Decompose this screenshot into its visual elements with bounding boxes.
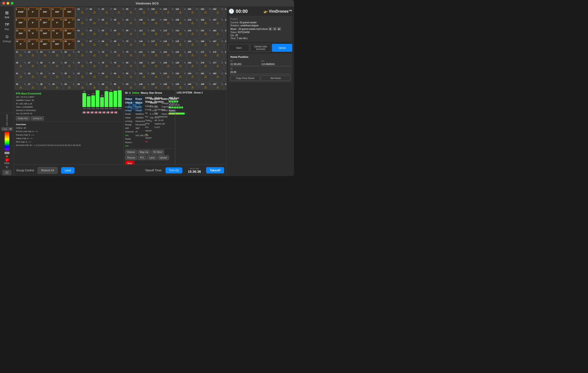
drone-cell-117[interactable]: 1170⚠ — [150, 40, 162, 50]
drone-cell-123[interactable]: 1230⚠ — [162, 50, 174, 60]
drone-cell-83[interactable]: 830⚠ — [101, 72, 113, 82]
drone-cell-75[interactable]: 750⚠ — [125, 50, 137, 60]
drone-cell-9[interactable]: 931 0° — [51, 18, 63, 29]
drone-cell-87[interactable]: 870⚠ — [89, 82, 100, 90]
drone-cell-21[interactable]: 210 ⚠ — [15, 50, 27, 60]
drone-cell-173[interactable]: 1730⚠ — [224, 50, 226, 60]
drone-cell-188[interactable]: 1880⚠ — [224, 82, 226, 90]
drone-cell-2[interactable]: 229 0° — [27, 8, 39, 18]
drone-cell-152[interactable]: 1520⚠ — [212, 8, 224, 18]
drone-cell-17[interactable]: 1730 0° — [27, 40, 39, 50]
drone-cell-129[interactable]: 1290⚠ — [175, 61, 186, 71]
drone-cell-16[interactable]: 1631 9° — [15, 40, 27, 50]
drone-cell-78[interactable]: 780⚠ — [101, 61, 113, 71]
drone-cell-52[interactable]: 520⚠ — [89, 8, 100, 18]
drone-cell-40[interactable]: 400 ⚠ — [63, 82, 75, 90]
drone-cell-80[interactable]: 800⚠ — [125, 61, 137, 71]
drone-cell-23[interactable]: 230 ⚠ — [39, 50, 51, 60]
drone-cell-125[interactable]: 1250⚠ — [187, 50, 199, 60]
drone-cell-81[interactable]: 810⚠ — [77, 72, 88, 82]
music-play-btn[interactable]: ▶ — [277, 27, 281, 30]
drone-cell-26[interactable]: 260 ⚠ — [15, 61, 27, 71]
drone-cell-38[interactable]: 380 ⚠ — [39, 82, 51, 90]
drone-cell-58[interactable]: 580⚠ — [101, 18, 113, 29]
drone-cell-187[interactable]: 1870⚠ — [212, 82, 224, 90]
sidebar-item-settings[interactable]: ⚙ Settings — [0, 32, 14, 45]
drone-cell-11[interactable]: 1130 354° — [15, 29, 27, 39]
drone-cell-35[interactable]: 350 ⚠ — [63, 72, 75, 82]
drone-cell-128[interactable]: 1280⚠ — [162, 61, 174, 71]
drone-cell-183[interactable]: 1830⚠ — [224, 72, 226, 82]
drone-cell-22[interactable]: 220 ⚠ — [27, 50, 39, 60]
drone-cell-109[interactable]: 1090⚠ — [175, 18, 186, 29]
drone-cell-28[interactable]: 280 ⚠ — [39, 61, 51, 71]
drone-cell-127[interactable]: 1270⚠ — [150, 61, 162, 71]
drone-cell-101[interactable]: 1010⚠ — [138, 8, 150, 18]
minimize-button[interactable] — [7, 2, 9, 5]
drone-cell-135[interactable]: 1350⚠ — [187, 72, 199, 82]
drone-cell-66[interactable]: 660⚠ — [77, 40, 88, 50]
drone-cell-12[interactable]: 1230 0° — [27, 29, 39, 39]
drone-cell-1[interactable]: 131 ★358° — [15, 8, 27, 18]
drone-cell-25[interactable]: 250 ⚠ — [63, 50, 75, 60]
drone-cell-18[interactable]: 1831 352° — [39, 40, 51, 50]
drone-cell-29[interactable]: 290 ⚠ — [51, 61, 63, 71]
drone-cell-36[interactable]: 360 ⚠ — [15, 82, 27, 90]
drone-cell-134[interactable]: 1340⚠ — [175, 72, 186, 82]
mag-cal-button[interactable]: Mag Cal — [137, 150, 150, 155]
group-land-button[interactable]: Land — [61, 167, 74, 174]
drone-cell-138[interactable]: 1380⚠ — [162, 82, 174, 90]
drone-cell-171[interactable]: 1710⚠ — [200, 50, 211, 60]
drone-cell-102[interactable]: 1020⚠ — [150, 8, 162, 18]
drone-cell-151[interactable]: 1510⚠ — [200, 8, 211, 18]
drone-cell-153[interactable]: 1530⚠ — [224, 8, 226, 18]
drone-cell-88[interactable]: 880⚠ — [101, 82, 113, 90]
drone-cell-77[interactable]: 770⚠ — [89, 61, 100, 71]
drone-cell-3[interactable]: 33 356° — [39, 8, 51, 18]
close-button[interactable] — [2, 2, 5, 5]
drone-cell-68[interactable]: 680⚠ — [101, 40, 113, 50]
drone-cell-178[interactable]: 1780⚠ — [224, 61, 226, 71]
drone-cell-167[interactable]: 1670⚠ — [212, 40, 224, 50]
drone-cell-137[interactable]: 1370⚠ — [150, 82, 162, 90]
drone-cell-6[interactable]: 631 355° — [15, 18, 27, 29]
drone-cell-140[interactable]: 1400⚠ — [187, 82, 199, 90]
drone-cell-8[interactable]: 831 357° — [39, 18, 51, 29]
drone-cell-106[interactable]: 1060⚠ — [138, 18, 150, 29]
drone-cell-172[interactable]: 1720⚠ — [212, 50, 224, 60]
upload-button[interactable]: Upload — [272, 44, 292, 52]
drone-cell-115[interactable]: 1150⚠ — [187, 29, 199, 39]
sidebar-item-map[interactable]: 🗺 Map — [0, 20, 14, 32]
drone-cell-69[interactable]: 690⚠ — [113, 40, 125, 50]
drone-cell-13[interactable]: 1331 344° — [39, 29, 51, 39]
drone-cell-4[interactable]: 431 358° — [51, 8, 63, 18]
drone-cell-55[interactable]: 550⚠ — [125, 8, 137, 18]
drone-cell-74[interactable]: 740⚠ — [113, 50, 125, 60]
drone-cell-30[interactable]: 300 ⚠ — [63, 61, 75, 71]
drone-cell-139[interactable]: 1390⚠ — [175, 82, 186, 90]
reboot-button[interactable]: Reboot — [125, 150, 137, 155]
rc-bind-button[interactable]: RC Bind — [151, 150, 164, 155]
drone-cell-64[interactable]: 640⚠ — [113, 29, 125, 39]
drone-cell-70[interactable]: 700⚠ — [125, 40, 137, 50]
drone-cell-120[interactable]: 1200⚠ — [187, 40, 199, 50]
drone-cell-118[interactable]: 1180⚠ — [162, 40, 174, 50]
drone-cell-116[interactable]: 1160⚠ — [138, 40, 150, 50]
drone-cell-114[interactable]: 1140⚠ — [175, 29, 186, 39]
drone-cell-53[interactable]: 530⚠ — [101, 8, 113, 18]
drone-cell-39[interactable]: 390 ⚠ — [51, 82, 63, 90]
drone-cell-124[interactable]: 1240⚠ — [175, 50, 186, 60]
drone-cell-84[interactable]: 840⚠ — [113, 72, 125, 82]
drone-cell-20[interactable]: 2030 3° — [63, 40, 75, 50]
drone-cell-121[interactable]: 1210⚠ — [138, 50, 150, 60]
led-type-select[interactable]: Long — [1, 127, 13, 131]
drone-cell-110[interactable]: 1100⚠ — [187, 18, 199, 29]
drone-cell-176[interactable]: 1760⚠ — [200, 61, 211, 71]
drone-cell-103[interactable]: 1030⚠ — [162, 8, 174, 18]
drone-cell-63[interactable]: 630⚠ — [101, 29, 113, 39]
takeoff-button[interactable]: Takeoff — [206, 167, 224, 173]
drone-cell-82[interactable]: 820⚠ — [89, 72, 100, 82]
drone-cell-65[interactable]: 650⚠ — [125, 29, 137, 39]
set-home-button[interactable]: Set Home — [261, 76, 291, 81]
drone-cell-136[interactable]: 1360⚠ — [138, 82, 150, 90]
